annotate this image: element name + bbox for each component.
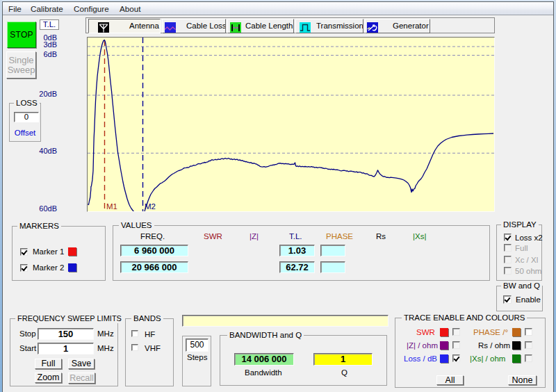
svg-text:M1: M1 [106,202,117,211]
svg-text:M2: M2 [145,202,156,211]
